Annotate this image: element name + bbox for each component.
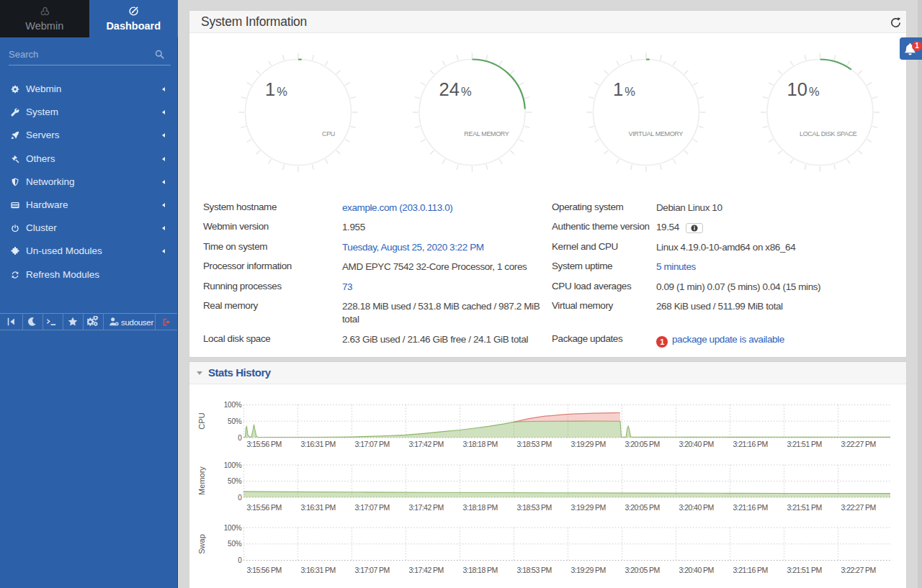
svg-text:3:20:40 PM: 3:20:40 PM (679, 503, 714, 512)
svg-text:0: 0 (238, 494, 242, 502)
svg-text:3:18:18 PM: 3:18:18 PM (463, 440, 498, 448)
svg-text:3:18:18 PM: 3:18:18 PM (463, 566, 498, 574)
svg-text:3:21:16 PM: 3:21:16 PM (733, 503, 768, 512)
svg-text:3:21:16 PM: 3:21:16 PM (733, 440, 768, 448)
svg-text:3:18:18 PM: 3:18:18 PM (463, 503, 498, 512)
svg-text:3:15:56 PM: 3:15:56 PM (247, 440, 282, 448)
svg-text:50%: 50% (228, 540, 242, 548)
svg-text:3:21:51 PM: 3:21:51 PM (787, 503, 822, 512)
svg-text:3:18:53 PM: 3:18:53 PM (517, 440, 552, 448)
svg-text:3:19:29 PM: 3:19:29 PM (571, 566, 606, 574)
svg-text:3:17:42 PM: 3:17:42 PM (409, 503, 444, 512)
svg-text:50%: 50% (228, 417, 242, 425)
svg-text:3:15:56 PM: 3:15:56 PM (247, 566, 282, 574)
svg-text:0: 0 (238, 434, 242, 442)
svg-text:3:22:27 PM: 3:22:27 PM (841, 440, 876, 448)
svg-text:3:21:51 PM: 3:21:51 PM (787, 566, 822, 574)
svg-text:100%: 100% (224, 524, 242, 532)
svg-text:3:15:56 PM: 3:15:56 PM (247, 503, 282, 512)
svg-text:3:17:07 PM: 3:17:07 PM (355, 440, 390, 448)
svg-text:50%: 50% (228, 477, 242, 485)
svg-text:VIRTUAL MEMORY: VIRTUAL MEMORY (629, 130, 684, 137)
svg-text:3:17:42 PM: 3:17:42 PM (409, 566, 444, 574)
svg-text:3:16:31 PM: 3:16:31 PM (301, 440, 336, 448)
svg-text:3:17:07 PM: 3:17:07 PM (355, 566, 390, 574)
svg-text:3:17:42 PM: 3:17:42 PM (409, 440, 444, 448)
svg-text:3:16:31 PM: 3:16:31 PM (301, 566, 336, 574)
svg-text:3:20:05 PM: 3:20:05 PM (625, 503, 660, 512)
svg-text:LOCAL DISK SPACE: LOCAL DISK SPACE (800, 130, 857, 137)
svg-text:3:17:07 PM: 3:17:07 PM (355, 503, 390, 512)
svg-text:Memory: Memory (197, 466, 206, 495)
svg-text:REAL MEMORY: REAL MEMORY (464, 130, 509, 137)
svg-text:100%: 100% (224, 461, 242, 469)
svg-text:3:16:31 PM: 3:16:31 PM (301, 503, 336, 512)
svg-text:3:18:53 PM: 3:18:53 PM (517, 566, 552, 574)
svg-text:CPU: CPU (322, 130, 335, 137)
svg-text:1%: 1% (265, 79, 287, 99)
svg-text:3:21:51 PM: 3:21:51 PM (787, 440, 822, 448)
svg-text:3:20:05 PM: 3:20:05 PM (625, 440, 660, 448)
svg-text:3:22:27 PM: 3:22:27 PM (841, 566, 876, 574)
svg-text:3:20:40 PM: 3:20:40 PM (679, 566, 714, 574)
svg-text:CPU: CPU (197, 412, 206, 429)
svg-text:1%: 1% (613, 79, 635, 99)
svg-text:3:18:53 PM: 3:18:53 PM (517, 503, 552, 512)
svg-text:3:21:16 PM: 3:21:16 PM (733, 566, 768, 574)
svg-text:3:20:40 PM: 3:20:40 PM (679, 440, 714, 448)
svg-text:3:22:27 PM: 3:22:27 PM (841, 503, 876, 512)
svg-text:Swap: Swap (197, 534, 206, 554)
svg-text:3:19:29 PM: 3:19:29 PM (571, 440, 606, 448)
svg-text:3:19:29 PM: 3:19:29 PM (571, 503, 606, 512)
svg-text:10%: 10% (787, 79, 820, 99)
svg-text:100%: 100% (224, 401, 242, 409)
svg-text:0: 0 (238, 556, 242, 564)
svg-text:24%: 24% (439, 79, 472, 99)
svg-text:3:20:05 PM: 3:20:05 PM (625, 566, 660, 574)
